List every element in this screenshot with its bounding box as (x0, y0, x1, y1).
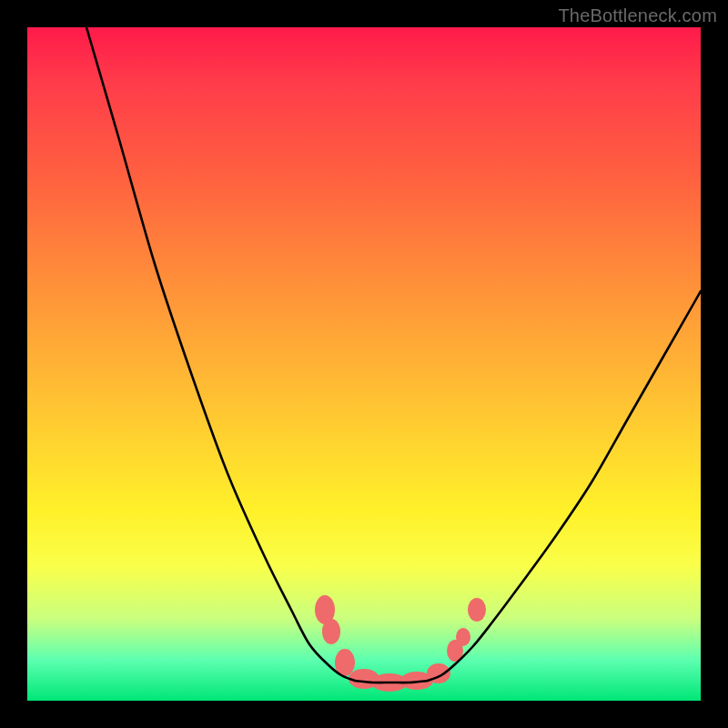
highlight-dot (456, 628, 470, 646)
left-curve (86, 27, 355, 681)
highlight-dot (322, 619, 340, 644)
outer-frame: TheBottleneck.com (0, 0, 728, 728)
plot-area (27, 27, 701, 701)
watermark-text: TheBottleneck.com (558, 5, 717, 26)
curve-svg (27, 27, 701, 701)
marker-layer (315, 595, 486, 692)
highlight-dot (468, 598, 486, 622)
right-curve (428, 291, 701, 681)
